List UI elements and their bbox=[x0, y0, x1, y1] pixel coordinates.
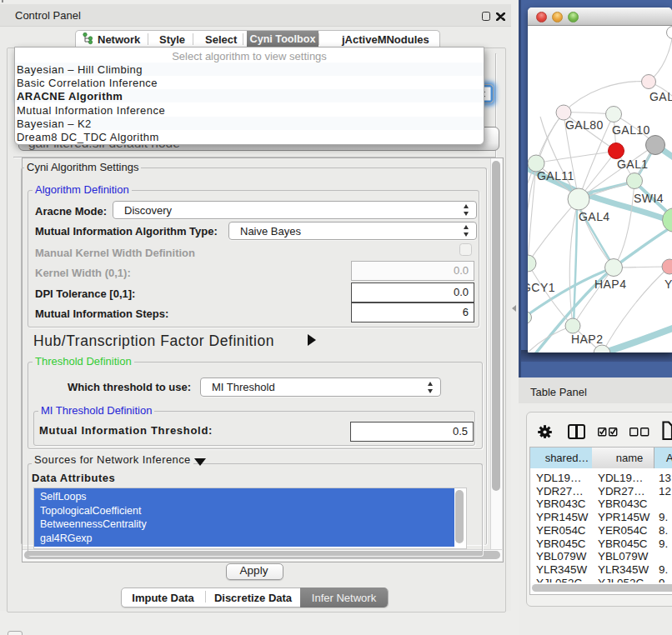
svg-text:GAL1: GAL1 bbox=[617, 158, 649, 171]
svg-text:GAL11: GAL11 bbox=[537, 169, 574, 182]
svg-text:HAP4: HAP4 bbox=[594, 278, 626, 291]
svg-text:SWI4: SWI4 bbox=[634, 192, 664, 205]
svg-text:Y: Y bbox=[664, 278, 672, 291]
svg-text:GAL80: GAL80 bbox=[565, 118, 604, 132]
svg-text:GAL4: GAL4 bbox=[579, 210, 610, 223]
svg-text:GAL10: GAL10 bbox=[612, 123, 650, 137]
svg-text:GCY1: GCY1 bbox=[528, 281, 555, 294]
svg-text:GAL7: GAL7 bbox=[649, 90, 672, 103]
svg-text:HAP2: HAP2 bbox=[571, 332, 603, 346]
